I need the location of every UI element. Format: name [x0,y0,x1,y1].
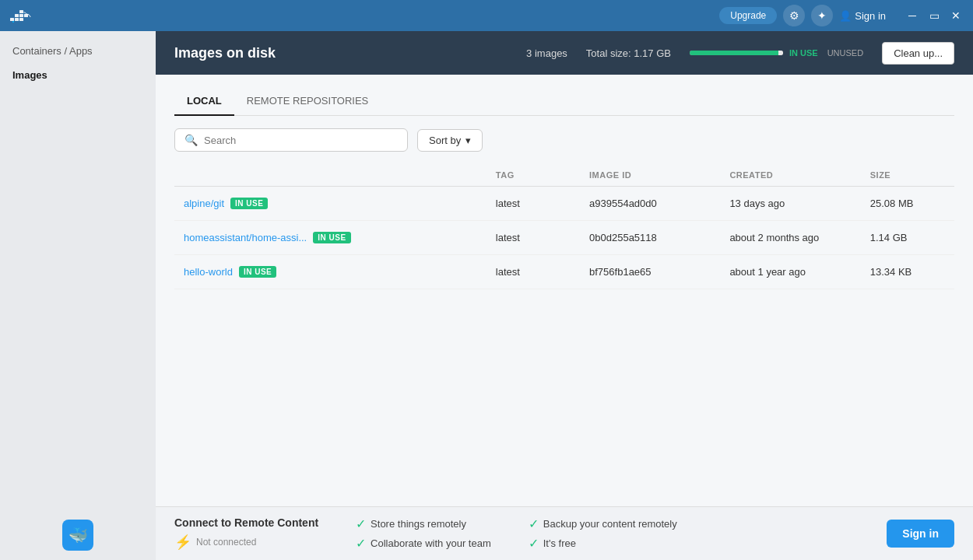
svg-rect-3 [15,14,19,17]
svg-rect-2 [19,18,23,21]
feature-label-2: Collaborate with your team [371,537,491,549]
docker-logo-icon [9,7,34,24]
svg-rect-6 [19,10,23,13]
sort-label: Sort by [429,135,461,146]
unused-label: UNUSED [827,48,863,58]
inuse-label: IN USE [789,48,818,58]
image-id: 0b0d255a5118 [580,221,720,255]
feature-col-2: ✓ Backup your content remotely ✓ It's fr… [529,516,677,551]
check-icon-2: ✓ [356,536,366,551]
minimize-button[interactable]: ─ [905,8,920,23]
feature-item-4: ✓ It's free [529,536,677,551]
in-use-badge: IN USE [230,198,268,209]
close-button[interactable]: ✕ [948,8,964,23]
table-row[interactable]: hello-world IN USE latest bf756fb1ae65 a… [174,255,954,289]
tab-remote-repositories[interactable]: REMOTE REPOSITORIES [234,87,381,116]
usage-bar [690,51,783,55]
sidebar-item-containers-apps[interactable]: Containers / Apps [0,39,156,63]
main-content: Images on disk 3 images Total size: 1.17… [156,31,973,560]
image-name[interactable]: hello-world [184,266,233,278]
titlebar-right: Upgrade ⚙ ✦ 👤 Sign in ─ ▭ ✕ [719,5,964,26]
footer-status: ⚡ Not connected [174,534,318,551]
bar-labels: IN USE UNUSED [789,48,863,58]
image-size: 13.34 KB [861,255,954,289]
sidebar-bottom: 🐳 [0,510,156,560]
svg-rect-1 [15,18,19,21]
search-box: 🔍 [174,128,408,152]
in-use-badge: IN USE [313,232,350,243]
cleanup-button[interactable]: Clean up... [882,42,954,65]
image-id: bf756fb1ae65 [580,255,720,289]
maximize-button[interactable]: ▭ [926,8,942,23]
feature-label-3: Backup your content remotely [543,518,677,530]
window-controls: ─ ▭ ✕ [905,8,964,23]
col-size: SIZE [861,164,954,187]
footer-title: Connect to Remote Content [174,516,318,529]
upgrade-button[interactable]: Upgrade [719,7,777,24]
image-name-cell: hello-world IN USE [184,266,477,278]
image-size: 1.14 GB [861,221,954,255]
page-title: Images on disk [174,45,508,61]
svg-point-7 [12,21,14,23]
sidebar-item-label: Images [12,69,47,81]
feature-label-4: It's free [543,537,576,549]
col-image-id: IMAGE ID [580,164,720,187]
image-name[interactable]: homeassistant/home-assi... [184,232,307,243]
image-tag: latest [486,255,580,289]
sidebar-item-label: Containers / Apps [12,45,93,57]
not-connected-icon: ⚡ [174,534,191,551]
header-stats: 3 images Total size: 1.17 GB IN USE UNUS… [526,42,954,65]
toolbar: 🔍 Sort by ▾ [174,128,954,152]
image-name[interactable]: alpine/git [184,198,224,209]
image-created: about 1 year ago [720,255,860,289]
footer-signin-button[interactable]: Sign in [887,520,954,548]
titlebar: Upgrade ⚙ ✦ 👤 Sign in ─ ▭ ✕ [0,0,973,31]
settings-icon-button[interactable]: ⚙ [783,5,805,26]
col-name [174,164,486,187]
image-name-cell: homeassistant/home-assi... IN USE [184,232,477,243]
footer-status-text: Not connected [196,537,256,548]
table-row[interactable]: alpine/git IN USE latest a939554ad0d0 13… [174,187,954,221]
image-name-cell: alpine/git IN USE [184,198,477,209]
image-id: a939554ad0d0 [580,187,720,221]
search-input[interactable] [204,135,398,146]
check-icon-3: ✓ [529,516,539,531]
feature-item-1: ✓ Store things remotely [356,516,491,531]
content-area: LOCAL REMOTE REPOSITORIES 🔍 Sort by ▾ [156,75,973,506]
disk-usage-bar: IN USE UNUSED [690,48,863,58]
footer-left: Connect to Remote Content ⚡ Not connecte… [174,516,318,551]
footer-features: ✓ Store things remotely ✓ Collaborate wi… [356,516,849,551]
images-table: TAG IMAGE ID CREATED SIZE alpine/git IN … [174,164,954,289]
feature-label-1: Store things remotely [371,518,466,530]
svg-rect-0 [10,18,14,21]
content-header: Images on disk 3 images Total size: 1.17… [156,31,973,75]
signin-button[interactable]: 👤 Sign in [839,10,886,22]
search-icon: 🔍 [184,134,198,146]
app-body: Containers / Apps Images 🐳 Images on dis… [0,31,973,560]
image-tag: latest [486,187,580,221]
check-icon-1: ✓ [356,516,366,531]
feature-item-2: ✓ Collaborate with your team [356,536,491,551]
bar-unused [778,51,783,55]
tab-local[interactable]: LOCAL [174,87,234,116]
total-size: Total size: 1.17 GB [586,47,671,59]
table-row[interactable]: homeassistant/home-assi... IN USE latest… [174,221,954,255]
tabs: LOCAL REMOTE REPOSITORIES [174,87,954,116]
sidebar: Containers / Apps Images 🐳 [0,31,156,560]
image-created: about 2 months ago [720,221,860,255]
image-size: 25.08 MB [861,187,954,221]
sort-button[interactable]: Sort by ▾ [417,129,483,152]
col-tag: TAG [486,164,580,187]
in-use-badge: IN USE [239,266,276,278]
account-icon: 👤 [839,10,852,22]
feature-item-3: ✓ Backup your content remotely [529,516,677,531]
feature-col-1: ✓ Store things remotely ✓ Collaborate wi… [356,516,491,551]
titlebar-left [9,7,34,24]
sidebar-item-images[interactable]: Images [0,63,156,87]
image-tag: latest [486,221,580,255]
check-icon-4: ✓ [529,536,539,551]
notifications-icon-button[interactable]: ✦ [811,5,833,26]
col-created: CREATED [720,164,860,187]
footer: Connect to Remote Content ⚡ Not connecte… [156,506,973,560]
chevron-down-icon: ▾ [465,135,471,146]
